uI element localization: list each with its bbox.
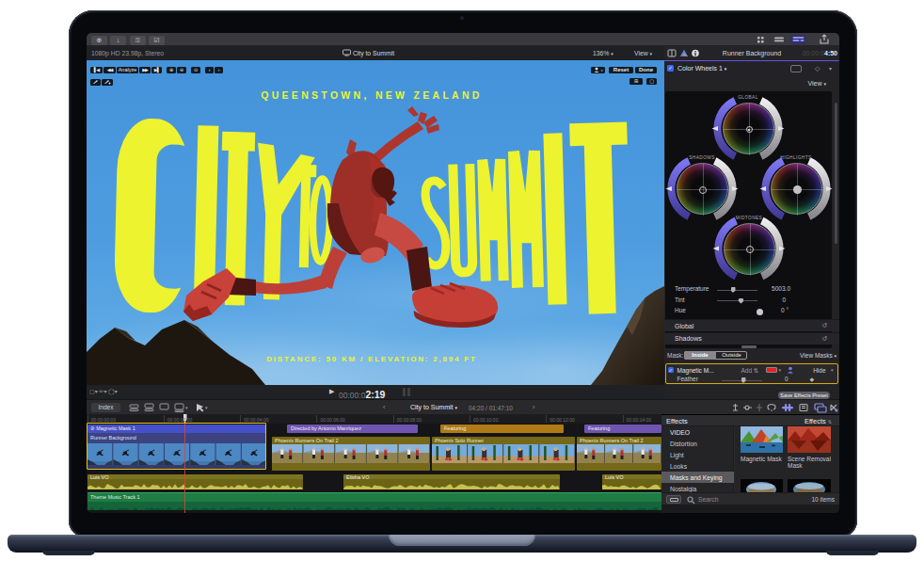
svg-text:▾: ▾: [185, 405, 188, 410]
svg-text:▾: ▾: [205, 405, 208, 410]
